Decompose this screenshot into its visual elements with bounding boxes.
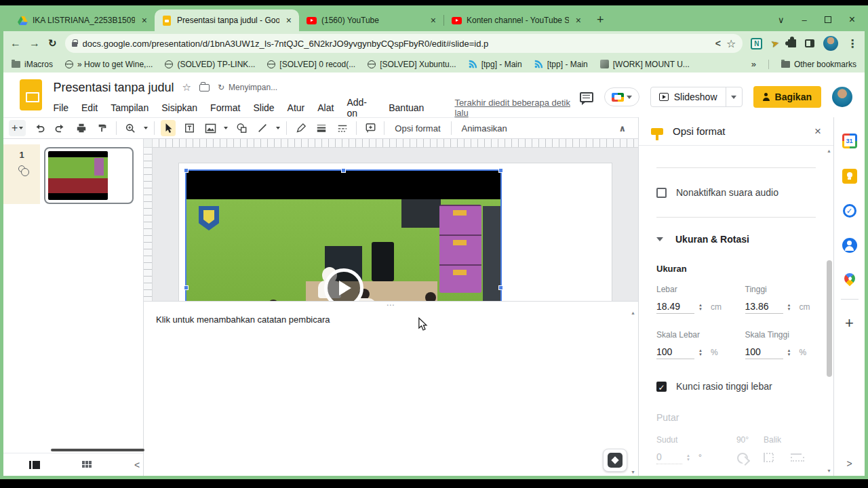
document-title[interactable]: Presentasi tanpa judul xyxy=(53,81,174,95)
scale-height-input[interactable] xyxy=(745,345,783,359)
redo-button[interactable] xyxy=(53,120,68,136)
tab-drive[interactable]: IKA LISTRIANA_2253B15097 - G × xyxy=(10,9,155,31)
select-tool-button[interactable] xyxy=(161,120,176,136)
border-color-icon[interactable] xyxy=(293,120,308,136)
forward-button[interactable]: → xyxy=(29,37,40,49)
slide-thumbnail-row[interactable]: 1 xyxy=(3,144,143,204)
tab-youtube-studio[interactable]: Konten channel - YouTube Studi × xyxy=(444,9,589,31)
resize-handle-ne[interactable] xyxy=(498,168,503,173)
mute-audio-option[interactable]: Nonaktifkan suara audio xyxy=(656,187,816,198)
reload-button[interactable]: ↻ xyxy=(48,37,57,49)
scroll-down-icon[interactable]: ▼ xyxy=(827,468,831,473)
animate-toolbar-button[interactable]: Animasikan xyxy=(458,123,511,134)
scale-width-spinner[interactable]: ▲▼ xyxy=(698,348,703,359)
bookmark-item[interactable]: (SOLVED) TP-LINK... xyxy=(165,60,255,69)
panel-close-icon[interactable]: × xyxy=(814,125,821,138)
zoom-button[interactable] xyxy=(123,120,138,136)
filmstrip-scrollbar[interactable] xyxy=(51,449,144,451)
tab-close-icon[interactable]: × xyxy=(429,15,438,26)
menu-tools[interactable]: Alat xyxy=(317,102,334,113)
height-input[interactable] xyxy=(745,300,783,314)
bookmark-item[interactable]: [SOLVED] Xubuntu... xyxy=(368,60,456,69)
scroll-up-icon[interactable]: ▲ xyxy=(827,148,831,153)
get-addons-button[interactable]: + xyxy=(845,314,854,332)
insert-image-button[interactable] xyxy=(203,120,218,136)
checkbox-unchecked[interactable] xyxy=(656,188,667,198)
speaker-notes-placeholder[interactable]: Klik untuk menambahkan catatan pembicara xyxy=(156,314,330,325)
scroll-down-icon[interactable]: ▼ xyxy=(631,470,635,474)
extension-cursor-icon[interactable]: ➤ xyxy=(770,37,780,49)
menu-addons[interactable]: Add-on xyxy=(347,97,376,119)
undo-button[interactable] xyxy=(32,120,47,136)
back-button[interactable]: ← xyxy=(10,37,21,49)
width-spinner[interactable]: ▲▼ xyxy=(698,303,703,314)
maximize-button[interactable] xyxy=(825,16,831,23)
tab-search-chevron-icon[interactable]: ∨ xyxy=(778,15,785,25)
menu-view[interactable]: Tampilan xyxy=(111,102,149,113)
tab-close-icon[interactable]: × xyxy=(140,15,149,26)
grid-view-button[interactable] xyxy=(82,461,92,468)
slide-thumbnail[interactable] xyxy=(44,147,134,204)
resize-handle-e[interactable] xyxy=(498,285,503,290)
window-close-button[interactable]: × xyxy=(849,14,855,26)
print-button[interactable] xyxy=(74,120,89,136)
bookmark-item[interactable]: [SOLVED] 0 recod(... xyxy=(267,60,355,69)
width-input[interactable] xyxy=(656,300,694,314)
menu-arrange[interactable]: Atur xyxy=(288,102,305,113)
tab-slides-active[interactable]: Presentasi tanpa judul - Google × xyxy=(155,9,299,31)
menu-insert[interactable]: Sisipkan xyxy=(161,102,197,113)
bookmark-tpp[interactable]: [tpp] - Main xyxy=(534,60,588,69)
tab-close-icon[interactable]: × xyxy=(574,15,583,26)
resize-handle-w[interactable] xyxy=(184,285,189,290)
calendar-icon[interactable]: 31 xyxy=(842,134,857,148)
new-tab-button[interactable]: + xyxy=(597,13,604,27)
resize-handle-nw[interactable] xyxy=(184,168,189,173)
last-edited-link[interactable]: Terakhir diedit beberapa detik lalu xyxy=(454,98,579,118)
contacts-icon[interactable] xyxy=(842,238,857,253)
keep-icon[interactable] xyxy=(842,169,857,184)
slides-logo-icon[interactable] xyxy=(20,79,42,110)
selected-video[interactable]: Video Pembelajaran xyxy=(185,169,502,301)
toolbar-collapse-icon[interactable]: ∧ xyxy=(618,123,626,134)
height-spinner[interactable]: ▲▼ xyxy=(787,303,791,314)
address-bar[interactable]: docs.google.com/presentation/d/1bnA3UW1z… xyxy=(65,34,743,53)
comments-icon[interactable] xyxy=(580,92,593,102)
url-text[interactable]: docs.google.com/presentation/d/1bnA3UW1z… xyxy=(83,39,710,49)
bookmark-work[interactable]: [WORK] MOUNT U... xyxy=(600,60,690,69)
add-comment-icon[interactable] xyxy=(363,120,378,136)
tab-youtube[interactable]: (1560) YouTube × xyxy=(299,9,443,31)
browser-menu-icon[interactable]: ⋮ xyxy=(847,37,858,50)
side-panel-icon[interactable] xyxy=(805,39,814,47)
bookmarks-overflow-icon[interactable]: » xyxy=(751,59,756,69)
menu-help[interactable]: Bantuan xyxy=(389,102,424,113)
scroll-up-icon[interactable]: ▲ xyxy=(631,310,635,315)
bookmark-item[interactable]: » How to get Wine,... xyxy=(65,60,153,69)
new-slide-button[interactable]: + xyxy=(9,120,26,136)
slideshow-dropdown[interactable] xyxy=(726,87,742,106)
speaker-notes[interactable]: Klik untuk menambahkan catatan pembicara… xyxy=(144,309,638,476)
notes-scrollbar[interactable]: ▲ ▼ xyxy=(629,310,637,475)
slideshow-button[interactable]: Slideshow xyxy=(650,87,743,107)
line-tool-button[interactable] xyxy=(255,120,270,136)
tasks-icon[interactable]: ✓ xyxy=(843,204,856,218)
paint-format-button[interactable] xyxy=(95,120,110,136)
extension-n-icon[interactable]: N xyxy=(751,38,762,49)
meet-button[interactable] xyxy=(604,87,639,106)
star-document-icon[interactable]: ☆ xyxy=(182,81,191,94)
minimize-button[interactable]: – xyxy=(802,15,806,25)
collapse-filmstrip-icon[interactable]: < xyxy=(134,460,140,470)
bookmark-star-icon[interactable]: ☆ xyxy=(726,37,736,50)
browser-profile-avatar[interactable] xyxy=(823,36,838,51)
other-bookmarks[interactable]: Other bookmarks xyxy=(781,60,856,69)
resize-handle-n[interactable] xyxy=(341,168,346,173)
account-avatar[interactable] xyxy=(832,87,852,107)
bookmark-tpg[interactable]: [tpg] - Main xyxy=(469,60,522,69)
slide-canvas[interactable]: Video Pembelajaran xyxy=(144,139,638,301)
extensions-puzzle-icon[interactable] xyxy=(788,39,796,47)
checkbox-checked[interactable]: ✓ xyxy=(656,382,667,392)
share-icon[interactable]: < xyxy=(715,38,721,49)
format-options-toolbar-button[interactable]: Opsi format xyxy=(391,123,444,134)
image-caret-icon[interactable] xyxy=(224,127,228,129)
zoom-caret-icon[interactable] xyxy=(144,127,148,129)
tab-close-icon[interactable]: × xyxy=(284,15,294,26)
